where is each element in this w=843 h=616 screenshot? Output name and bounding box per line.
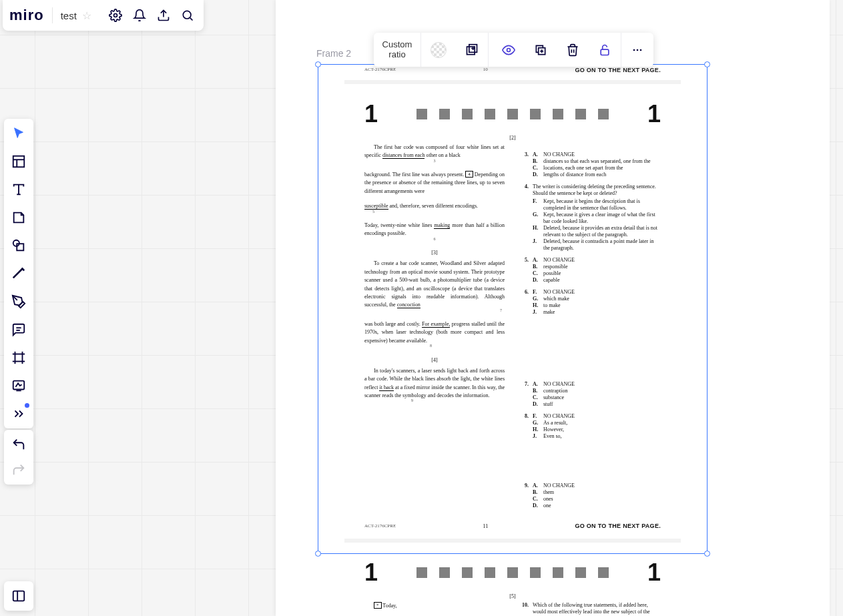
question-6: 6.F.NO CHANGEG.which makeH.to makeJ.make [519, 289, 661, 316]
search-icon[interactable] [178, 6, 197, 25]
header-squares [416, 109, 609, 119]
sticky-note-tool[interactable] [8, 207, 29, 228]
add-to-frame-button[interactable] [456, 33, 489, 67]
more-tools[interactable] [8, 403, 29, 424]
board-name[interactable]: test [61, 10, 77, 21]
frame-tool[interactable] [8, 347, 29, 368]
question-9: 9.A.NO CHANGEB.themC.onesD.one [519, 483, 661, 509]
svg-rect-17 [13, 381, 25, 390]
divider [52, 7, 53, 23]
svg-rect-18 [13, 591, 25, 601]
frame-label[interactable]: Frame 2 [316, 48, 351, 59]
line-tool[interactable] [8, 263, 29, 284]
section-2-label: [2] [364, 135, 661, 141]
question-10: 10.Which of the following true statement… [519, 602, 661, 616]
template-tool[interactable] [8, 151, 29, 172]
bell-icon[interactable] [130, 6, 149, 25]
svg-rect-9 [17, 244, 23, 250]
miro-logo[interactable]: miro [9, 7, 44, 24]
undo-button[interactable] [8, 434, 29, 455]
shape-tool[interactable] [8, 235, 29, 256]
delete-button[interactable] [557, 33, 589, 67]
svg-point-31 [640, 49, 642, 51]
app-header: miro test ☆ [3, 0, 204, 31]
question-5: 5.A.NO CHANGEB.responsibleC.possibleD.ca… [519, 257, 661, 284]
pen-tool[interactable] [8, 291, 29, 312]
page-header-bar: 1 1 [364, 100, 661, 128]
question-4: 4.The writer is considering deleting the… [519, 184, 661, 252]
question-8: 8.F.NO CHANGEG.As a result,H.However,J.E… [519, 413, 661, 440]
svg-point-24 [507, 48, 511, 51]
go-next: GO ON TO THE NEXT PAGE. [575, 67, 661, 73]
svg-point-2 [183, 11, 191, 19]
text-tool[interactable] [8, 179, 29, 200]
visibility-button[interactable] [489, 33, 525, 67]
favorite-star-icon[interactable]: ☆ [82, 9, 91, 22]
undo-redo-panel [4, 430, 33, 485]
page-footer: ACT-2176CPRE 11 GO ON TO THE NEXT PAGE. [364, 523, 661, 529]
lock-button[interactable] [589, 33, 621, 67]
doc-code: ACT-2176CPRE [364, 67, 396, 73]
svg-point-30 [637, 49, 639, 51]
comment-tool[interactable] [8, 319, 29, 340]
svg-rect-28 [601, 49, 609, 55]
fill-color-button[interactable] [421, 33, 456, 67]
right-column: 3.A.NO CHANGEB.distances so that each wa… [519, 143, 661, 515]
app-tool[interactable] [8, 375, 29, 396]
left-toolbar [4, 119, 33, 428]
ratio-button[interactable]: Custom ratio [374, 33, 421, 67]
page-main: 1 1 [2] The first bar code was composed … [344, 84, 681, 539]
ratio-label-2: ratio [388, 50, 405, 60]
ratio-label-1: Custom [382, 40, 412, 50]
redo-button[interactable] [8, 459, 29, 481]
context-toolbar: Custom ratio [374, 33, 653, 67]
svg-point-29 [633, 49, 635, 51]
svg-point-0 [113, 14, 117, 17]
transparent-swatch-icon [431, 42, 447, 58]
document-pages[interactable]: ACT-2176CPRE 10 GO ON TO THE NEXT PAGE. … [344, 0, 681, 616]
cursor-tool[interactable] [8, 123, 29, 144]
settings-icon[interactable] [106, 6, 125, 25]
big-1-left: 1 [364, 100, 378, 128]
svg-rect-4 [13, 156, 25, 168]
upload-icon[interactable] [154, 6, 173, 25]
left-column: The first bar code was composed of four … [364, 143, 505, 515]
prev-page-no: 10 [483, 67, 488, 73]
more-options-button[interactable] [621, 33, 653, 67]
page-next: 1 1 [5] * Today, 10.Which of the followi… [344, 543, 681, 616]
svg-line-3 [190, 18, 193, 21]
duplicate-button[interactable] [525, 33, 557, 67]
panel-toggle-button[interactable] [4, 581, 33, 611]
question-3: 3.A.NO CHANGEB.distances so that each wa… [519, 151, 661, 178]
big-1-right: 1 [647, 100, 661, 128]
question-7: 7.A.NO CHANGEB.contraptionC.substanceD.s… [519, 381, 661, 408]
